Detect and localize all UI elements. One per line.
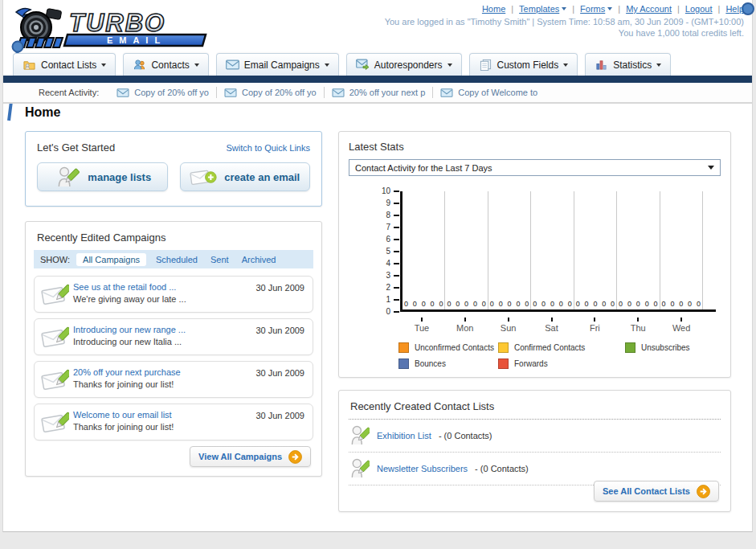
recent-activity-item[interactable]: 20% off your next p: [332, 88, 426, 97]
nav-separator: |: [677, 4, 680, 14]
nav-separator: |: [618, 4, 620, 14]
filter-tab-archived[interactable]: Archived: [242, 255, 276, 264]
bar-value-label: 0: [585, 300, 589, 308]
bar-value-label: 0: [670, 300, 674, 308]
campaign-subtitle: We're giving away our late ...: [73, 294, 306, 304]
x-tick: Tue: [400, 318, 443, 333]
filter-tab-sent[interactable]: Sent: [210, 255, 229, 264]
campaign-item[interactable]: See us at the retail food ...We're givin…: [34, 276, 313, 313]
tab-label: Contact Lists: [41, 59, 96, 71]
tab-label: Autoresponders: [374, 59, 443, 71]
recent-activity-item[interactable]: Copy of Welcome to: [440, 88, 537, 97]
legend-swatch: [498, 342, 509, 353]
x-tick-label: Mon: [443, 323, 487, 333]
tab-custom-fields[interactable]: Custom Fields: [469, 53, 578, 76]
tab-label: Email Campaigns: [244, 59, 320, 71]
envelope-icon: [116, 88, 129, 97]
page-title: Home: [25, 105, 60, 120]
manage-lists-button[interactable]: manage lists: [37, 162, 168, 191]
bar-value-labels: 00000: [576, 300, 615, 308]
filter-tab-all-campaigns[interactable]: All Campaigns: [76, 253, 146, 266]
recent-campaigns-panel: Recently Edited Campaigns SHOW: All Camp…: [25, 221, 322, 477]
campaign-filter-tab-list: All CampaignsScheduledSentArchived: [76, 255, 288, 264]
bar-value-label: 0: [662, 300, 666, 308]
envelope-pencil-icon: [40, 367, 69, 392]
legend-label: Bounces: [415, 359, 446, 368]
nav-link-help[interactable]: Help: [725, 4, 744, 14]
tab-statistics[interactable]: Statistics: [585, 53, 671, 76]
y-tick-mark: [394, 227, 399, 228]
bar-value-labels: 00000: [619, 300, 657, 308]
filter-tab-scheduled[interactable]: Scheduled: [156, 255, 198, 264]
envelope-pencil-icon: [40, 325, 69, 350]
stats-period-select[interactable]: Contact Activity for the Last 7 Days: [349, 159, 721, 176]
legend-item: Bounces: [398, 358, 498, 369]
nav-link-forms[interactable]: Forms: [580, 4, 612, 14]
y-tick-mark: [394, 239, 399, 240]
x-tick-label: Thu: [616, 323, 660, 333]
email-campaigns-icon: [226, 59, 239, 71]
contact-list-items: Exhibition List- (0 Contacts)Newsletter …: [339, 420, 730, 485]
recent-activity-item[interactable]: Copy of 20% off yo: [224, 88, 317, 97]
contact-list-name-link[interactable]: Exhibition List: [377, 431, 431, 440]
campaign-item[interactable]: Welcome to our email listThanks for join…: [34, 404, 313, 440]
tab-autoresponders[interactable]: Autoresponders: [346, 53, 462, 76]
campaign-date: 30 Jun 2009: [255, 368, 304, 378]
create-email-button[interactable]: create an email: [180, 162, 311, 191]
nav-separator: |: [511, 4, 513, 14]
tab-contact-lists[interactable]: Contact Lists: [13, 53, 116, 76]
bar-value-label: 0: [611, 300, 615, 308]
x-tick-label: Sun: [487, 323, 530, 333]
y-tick-mark: [394, 215, 399, 216]
nav-link-logout[interactable]: Logout: [685, 4, 713, 14]
chevron-down-icon: [562, 7, 566, 10]
chevron-down-icon: [325, 64, 329, 67]
recent-activity-item[interactable]: Copy of 20% off yo: [116, 88, 209, 97]
stats-period-value: Contact Activity for the Last 7 Days: [355, 163, 492, 173]
x-tick: Wed: [660, 318, 703, 333]
arrow-right-icon: [288, 450, 302, 464]
recent-activity-label: Recent Activity:: [39, 88, 99, 97]
login-info: You are logged in as "Timothy Smith" | S…: [385, 17, 744, 27]
view-all-campaigns-button[interactable]: View All Campaigns: [190, 446, 311, 467]
x-tick-mark: [464, 318, 466, 322]
bar-value-label: 0: [439, 300, 443, 308]
tab-label: Contacts: [151, 59, 189, 71]
bar-value-label: 0: [653, 300, 657, 308]
x-tick-mark: [637, 318, 639, 322]
nav-link-templates[interactable]: Templates: [519, 4, 566, 14]
manage-lists-label: manage lists: [88, 171, 151, 183]
nav-link-home[interactable]: Home: [482, 4, 505, 14]
nav-link-label: Home: [482, 4, 505, 14]
tab-email-campaigns[interactable]: Email Campaigns: [216, 53, 339, 76]
x-tick-label: Fri: [573, 323, 616, 333]
see-all-contact-lists-button[interactable]: See All Contact Lists: [594, 481, 719, 502]
x-tick-label: Sat: [530, 323, 574, 333]
chart-x-axis: TueMonSunSatFriThuWed: [400, 318, 716, 333]
bar-value-label: 0: [619, 300, 623, 308]
nav-separator: |: [572, 4, 574, 14]
x-tick-mark: [421, 318, 423, 322]
bar-value-label: 0: [688, 300, 692, 308]
contact-list-name-link[interactable]: Newsletter Subscribers: [377, 464, 468, 473]
bar-value-label: 0: [508, 300, 512, 308]
chart-group: 00000: [574, 191, 617, 309]
x-tick-mark: [508, 318, 509, 322]
switch-quick-links-link[interactable]: Switch to Quick Links: [226, 143, 310, 153]
campaign-item[interactable]: Introducing our new range ...Introducing…: [34, 318, 313, 355]
y-tick-label: 2: [360, 283, 390, 292]
y-tick-label: 9: [360, 199, 390, 207]
logo-title-text: TURBO: [69, 9, 166, 37]
nav-link-label: Forms: [580, 4, 605, 14]
y-tick-label: 5: [360, 247, 390, 256]
campaign-list: See us at the retail food ...We're givin…: [34, 276, 313, 440]
person-pencil-icon: [53, 166, 80, 188]
campaign-item[interactable]: 20% off your next purchaseThanks for joi…: [34, 361, 313, 398]
logo-subtitle-text: EMAIL: [107, 35, 166, 45]
tab-contacts[interactable]: Contacts: [123, 53, 208, 76]
nav-link-my-account[interactable]: My Account: [626, 4, 672, 14]
bar-value-label: 0: [516, 300, 520, 308]
tab-label: Statistics: [613, 59, 652, 71]
dropdown-arrow-icon: [708, 166, 714, 170]
y-tick-label: 10: [360, 186, 390, 195]
